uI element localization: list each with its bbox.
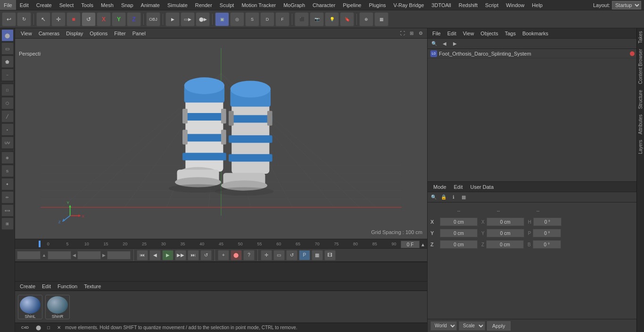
film-button[interactable]: 🎞	[324, 250, 336, 260]
attr-grid-icon[interactable]: ▦	[459, 194, 468, 201]
menu-help[interactable]: Help	[528, 0, 546, 10]
mirror-btn[interactable]: ⟺	[1, 204, 14, 217]
start-frame-input[interactable]: 0 F	[48, 251, 71, 259]
step-forward-button[interactable]: ▶▶	[175, 250, 186, 260]
vp-menu-display[interactable]: Display	[63, 31, 86, 36]
menu-3dtoall[interactable]: 3DTOAll	[428, 0, 454, 10]
auto-keyframe-button[interactable]: ⬤	[231, 250, 242, 260]
z-axis-button[interactable]: Z	[127, 12, 141, 26]
snap-button[interactable]: ⊕	[359, 12, 373, 26]
attr-search-icon[interactable]: 🔍	[429, 194, 438, 201]
point-mode-btn[interactable]: •	[1, 123, 14, 136]
status-icon-2[interactable]: □	[44, 324, 53, 332]
material-shinr[interactable]: ShinR	[45, 295, 70, 319]
tab-content-browser[interactable]: Content Browser	[637, 46, 644, 87]
menu-mesh[interactable]: Mesh	[97, 0, 117, 10]
vp-maximize-icon[interactable]: ⛶	[399, 30, 406, 37]
loop-tc-button[interactable]: ↺	[286, 250, 297, 260]
axis-btn[interactable]: ⊕	[1, 152, 14, 164]
menu-sculpt[interactable]: Sculpt	[216, 0, 238, 10]
play-button[interactable]: ▶	[162, 250, 173, 260]
play-sel-button[interactable]: P	[299, 250, 310, 260]
sculpt-side-btn[interactable]: ✦	[1, 178, 14, 190]
obj-search-icon[interactable]: 🔍	[429, 40, 439, 48]
uv-mode-btn[interactable]: UV	[1, 137, 14, 149]
menu-plugins[interactable]: Plugins	[365, 0, 389, 10]
x-axis-button[interactable]: X	[97, 12, 111, 26]
menu-motion-tracker[interactable]: Motion Tracker	[238, 0, 280, 10]
rect-select-btn[interactable]: ▭	[1, 42, 14, 55]
end-frame-input[interactable]: 90 F	[77, 251, 101, 259]
attr-y-pos-input[interactable]	[440, 229, 478, 237]
keyframe-options-button[interactable]: ?	[243, 250, 255, 260]
poly-select-btn[interactable]: ⬟	[1, 56, 14, 68]
snap-side-btn[interactable]: ⊞	[1, 218, 14, 230]
add-keyframe-button[interactable]: +	[218, 250, 229, 260]
attr-menu-mode[interactable]: Mode	[430, 184, 449, 190]
vp-menu-cameras[interactable]: Cameras	[36, 31, 63, 36]
floor-button[interactable]: ⬛	[295, 12, 309, 26]
menu-pipeline[interactable]: Pipeline	[339, 0, 365, 10]
obj-menu-tags[interactable]: Tags	[502, 31, 519, 36]
key-sel-button[interactable]: ▭	[273, 250, 285, 260]
menu-window[interactable]: Window	[502, 0, 528, 10]
live-select-btn[interactable]: ⬤	[1, 29, 14, 41]
menu-edit[interactable]: Edit	[16, 0, 33, 10]
menu-character[interactable]: Character	[309, 0, 339, 10]
menu-animate[interactable]: Animate	[137, 0, 164, 10]
menu-file[interactable]: File	[0, 0, 16, 10]
obj-menu-edit[interactable]: Edit	[445, 31, 459, 36]
mesh-mode-btn[interactable]: ⬡	[1, 97, 14, 109]
scale-tool-button[interactable]: ■	[66, 12, 81, 26]
menu-vray[interactable]: V-Ray Bridge	[390, 0, 428, 10]
vp-menu-options[interactable]: Options	[87, 31, 110, 36]
obj-menu-objects[interactable]: Objects	[478, 31, 501, 36]
render-active-button[interactable]: ⬤▶	[196, 12, 210, 26]
menu-snap[interactable]: Snap	[117, 0, 137, 10]
menu-render[interactable]: Render	[191, 0, 216, 10]
move-tool-button[interactable]: ✛	[51, 12, 66, 26]
attr-info-icon[interactable]: ℹ	[449, 194, 458, 201]
mat-menu-edit[interactable]: Edit	[39, 283, 54, 289]
mat-menu-create[interactable]: Create	[17, 283, 38, 289]
obj-forward-btn[interactable]: ▶	[450, 40, 460, 48]
undo-button[interactable]: ↩	[2, 12, 16, 26]
object-mode-button[interactable]: OBJ	[146, 12, 160, 26]
obj-menu-view[interactable]: View	[460, 31, 477, 36]
world-dropdown[interactable]: World	[430, 321, 457, 331]
tab-structure[interactable]: Structure	[637, 87, 644, 112]
attr-menu-edit[interactable]: Edit	[451, 184, 466, 190]
attr-y-size-input[interactable]	[487, 229, 524, 237]
vp-menu-panel[interactable]: Panel	[130, 31, 149, 36]
vp-menu-filter[interactable]: Filter	[111, 31, 128, 36]
menu-select[interactable]: Select	[56, 0, 78, 10]
rotate-tool-button[interactable]: ↺	[82, 12, 96, 26]
attr-b-rot-input[interactable]	[533, 240, 561, 249]
edge-mode-btn[interactable]: ╱	[1, 110, 14, 122]
workplane-button[interactable]: ▦	[374, 12, 388, 26]
obj-menu-bookmarks[interactable]: Bookmarks	[520, 31, 551, 36]
light-button[interactable]: 💡	[325, 12, 339, 26]
current-frame-input[interactable]: 0 F	[17, 251, 41, 259]
menu-simulate[interactable]: Simulate	[164, 0, 191, 10]
y-axis-button[interactable]: Y	[112, 12, 126, 26]
end-frame2-input[interactable]: 90 F	[107, 251, 131, 259]
camera-button[interactable]: 📷	[310, 12, 324, 26]
menu-create[interactable]: Create	[33, 0, 56, 10]
timeline-playhead[interactable]	[39, 241, 41, 247]
attr-x-pos-input[interactable]	[440, 218, 478, 226]
vp-settings-icon[interactable]: ⚙	[417, 30, 424, 37]
tab-takes[interactable]: Takes	[637, 28, 644, 46]
grid-tc-button[interactable]: ▦	[312, 250, 323, 260]
attr-z-pos-input[interactable]	[440, 240, 478, 249]
menu-script[interactable]: Script	[481, 0, 502, 10]
move-tc-button[interactable]: ✛	[261, 250, 272, 260]
tab-attributes[interactable]: Attributes	[637, 112, 644, 137]
field-button[interactable]: F	[275, 12, 289, 26]
status-close[interactable]: ✕	[55, 324, 63, 332]
attr-x-size-input[interactable]	[487, 218, 524, 226]
render-region-button[interactable]: ▭▶	[181, 12, 195, 26]
end-frame-right-input[interactable]	[401, 241, 420, 248]
model-mode-btn[interactable]: □	[1, 84, 14, 96]
attr-z-size-input[interactable]	[486, 240, 524, 249]
